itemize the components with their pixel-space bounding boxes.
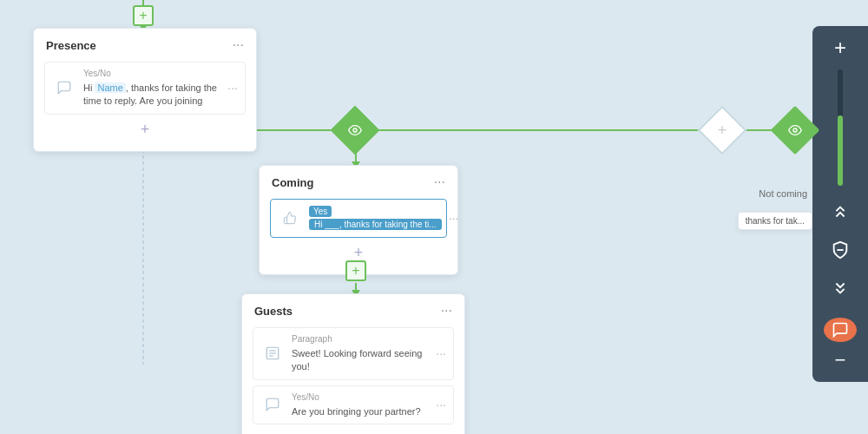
plus-node-below-coming[interactable]: +	[345, 260, 366, 281]
presence-item-label: Yes/No	[83, 68, 220, 80]
canvas: Presence ··· Yes/No Hi Name, thanks for …	[0, 0, 868, 434]
guests-item-1-menu[interactable]: ···	[436, 346, 446, 360]
coming-item-menu[interactable]: ···	[449, 211, 459, 225]
guests-item-2: Yes/No Are you bringing your partner? ··…	[253, 385, 454, 424]
panel-add-button[interactable]: +	[823, 35, 858, 61]
guests-item-1-text: Paragraph Sweet! Looking forward seeing …	[292, 333, 429, 374]
panel-nav-up-button[interactable]	[823, 194, 858, 229]
coming-card-item: Yes Hi ___, thanks for taking the ti... …	[270, 199, 447, 238]
svg-point-17	[793, 128, 797, 132]
guests-item-2-body: Are you bringing your partner?	[292, 406, 421, 417]
guests-card-title: Guests	[254, 305, 293, 318]
paragraph-icon	[260, 341, 285, 365]
panel-minus-button[interactable]: −	[823, 347, 858, 373]
right-panel: +	[812, 26, 868, 382]
popup-text: thanks for tak...	[738, 212, 812, 230]
presence-card: Presence ··· Yes/No Hi Name, thanks for …	[33, 28, 257, 152]
presence-name-tag: Name	[95, 82, 125, 93]
presence-item-text: Yes/No Hi Name, thanks for taking the ti…	[83, 68, 220, 108]
coming-card-header: Coming ···	[260, 166, 457, 195]
presence-item-hi: Hi	[83, 82, 95, 93]
presence-card-item: Yes/No Hi Name, thanks for taking the ti…	[44, 62, 246, 115]
guests-item-2-menu[interactable]: ···	[436, 398, 446, 411]
thumbs-up-icon	[278, 206, 302, 230]
not-coming-label: Not coming	[759, 188, 807, 199]
plus-icon: +	[718, 122, 727, 140]
guests-item-2-label: Yes/No	[292, 391, 429, 404]
svg-point-11	[353, 128, 357, 132]
top-plus-node[interactable]: +	[133, 5, 154, 26]
presence-card-content: Yes/No Hi Name, thanks for taking the ti…	[34, 58, 256, 151]
presence-card-menu[interactable]: ···	[233, 37, 244, 53]
panel-progress-track	[838, 69, 843, 186]
presence-add-button[interactable]: +	[135, 120, 155, 141]
guests-item-1-body: Sweet! Looking forward seeing you!	[292, 348, 422, 372]
presence-card-title: Presence	[46, 39, 96, 52]
guests-item-1-label: Paragraph	[292, 333, 429, 345]
panel-chat-button[interactable]	[824, 318, 857, 342]
coming-card-title: Coming	[272, 176, 313, 189]
guests-item-2-text: Yes/No Are you bringing your partner?	[292, 391, 429, 418]
panel-progress-bar	[838, 115, 843, 185]
guests-card: Guests ··· Paragraph Sweet! Looking forw…	[241, 293, 465, 434]
yes-label: Yes	[309, 206, 332, 217]
right-diamond[interactable]: +	[698, 106, 747, 155]
popup-text-content: thanks for tak...	[746, 216, 805, 226]
eye-diamond-right[interactable]	[778, 113, 812, 148]
coming-card: Coming ··· Yes Hi ___, thanks for taking…	[259, 165, 458, 275]
panel-nav-down-button[interactable]	[823, 271, 858, 306]
eye-icon	[348, 123, 362, 137]
presence-card-header: Presence ···	[34, 29, 256, 58]
presence-item-menu[interactable]: ···	[227, 81, 238, 95]
guests-item-1: Paragraph Sweet! Looking forward seeing …	[253, 327, 454, 380]
panel-nav-group	[812, 194, 868, 306]
panel-shield-button[interactable]	[823, 233, 858, 267]
coming-item-text: Yes Hi ___, thanks for taking the ti...	[309, 205, 442, 232]
guests-card-menu[interactable]: ···	[441, 303, 452, 319]
coming-selected-text: Hi ___, thanks for taking the ti...	[309, 219, 442, 230]
chat2-icon	[260, 392, 285, 417]
chat-icon	[52, 76, 76, 100]
guests-card-content: Paragraph Sweet! Looking forward seeing …	[242, 324, 464, 434]
branch-diamond[interactable]	[331, 106, 380, 155]
coming-card-menu[interactable]: ···	[434, 174, 445, 190]
guests-card-header: Guests ···	[242, 294, 464, 324]
